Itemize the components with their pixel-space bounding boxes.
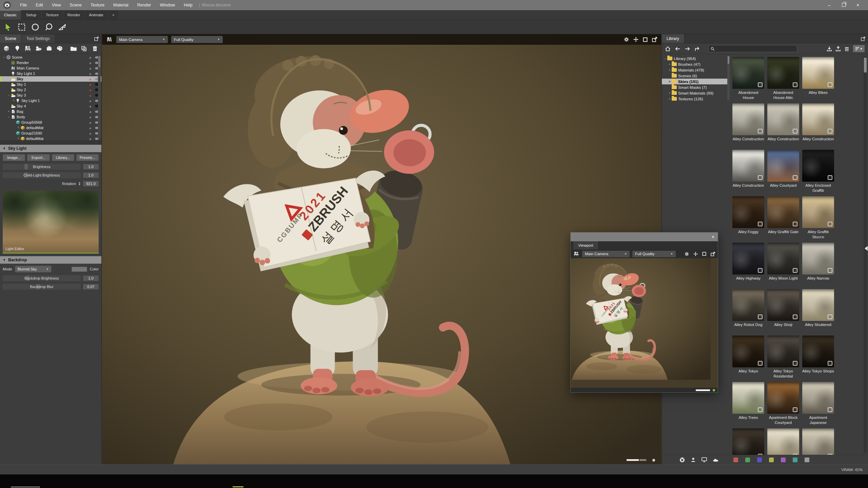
sky-thumbnail[interactable] (732, 289, 764, 321)
ellipse-select-icon[interactable] (31, 22, 40, 32)
toolbag-logo-icon[interactable] (3, 1, 11, 9)
scene-node-render[interactable]: Rendera (0, 60, 101, 65)
lock-toggle-icon[interactable]: a (87, 88, 93, 92)
settings-gear-icon[interactable] (624, 37, 629, 42)
sky-thumbnail[interactable] (802, 57, 834, 89)
sky-asset-alley-tokyo-residential[interactable]: Alley Tokyo Residential (767, 336, 799, 382)
library-tree-scrollbar[interactable] (727, 56, 730, 100)
add-camera-icon[interactable] (24, 44, 32, 53)
add-material-icon[interactable] (56, 44, 63, 53)
backdrop-color-swatch[interactable] (72, 267, 87, 272)
thumbnail-corner-button[interactable] (758, 454, 763, 455)
thumbnail-corner-button[interactable] (793, 314, 797, 319)
sky-asset-alley-construction[interactable]: Alley Construction (732, 150, 764, 196)
menu-render[interactable]: Render (133, 3, 156, 7)
sky-thumbnail[interactable] (767, 103, 799, 135)
tree-expander[interactable]: + (668, 92, 672, 95)
tree-expander[interactable]: + (668, 68, 672, 72)
tree-expander[interactable]: − (2, 56, 6, 59)
sky-asset-alley-robot-dog[interactable]: Alley Robot Dog (732, 289, 764, 336)
sky-thumbnail[interactable] (732, 196, 764, 228)
forward-icon[interactable] (685, 47, 690, 51)
thumbnail-corner-button[interactable] (828, 82, 832, 87)
library-folder-materials-478-[interactable]: +Materials (478) (662, 67, 730, 73)
sky-asset-alley-tokyo[interactable]: Alley Tokyo (732, 336, 764, 382)
tab-viewport[interactable]: Viewport (573, 241, 598, 249)
monitor-icon[interactable] (702, 457, 707, 462)
sort-dropdown[interactable]: ▾ (853, 45, 865, 52)
lock-toggle-icon[interactable]: a (87, 72, 93, 76)
maximize-icon[interactable] (643, 37, 648, 42)
sky-thumbnail[interactable] (802, 289, 834, 321)
sky-asset-abandoned-house-attic[interactable]: Abandoned House Attic (767, 57, 799, 103)
tab-scene[interactable]: Scene (0, 34, 21, 43)
sky-thumbnail[interactable] (732, 150, 764, 182)
sky-thumbnail[interactable] (767, 57, 799, 89)
thumbnail-corner-button[interactable] (793, 82, 797, 87)
menu-edit[interactable]: Edit (31, 3, 47, 7)
color-filter-swatch-2[interactable] (745, 458, 750, 462)
camera-dropdown[interactable]: Main Camera▼ (116, 36, 168, 43)
thumbnail-corner-button[interactable] (758, 314, 763, 319)
library-button[interactable]: Library... (52, 154, 74, 161)
sky-thumbnail[interactable] (767, 150, 799, 182)
thumbnail-corner-button[interactable] (828, 407, 832, 412)
library-folder-brushes-47-[interactable]: +Brushes (47) (662, 61, 730, 67)
slider-value[interactable]: 0.07 (83, 284, 99, 289)
workspace-tab-animate[interactable]: Animate (85, 10, 107, 20)
lock-toggle-icon[interactable]: a (87, 82, 93, 86)
sky-thumbnail[interactable] (767, 243, 799, 274)
search-input[interactable] (716, 47, 795, 51)
home-icon[interactable] (665, 46, 670, 51)
sky-thumbnail[interactable] (802, 196, 834, 228)
scene-node-sky-1[interactable]: Sky 1a (0, 82, 101, 87)
menu-texture[interactable]: Texture (86, 3, 109, 7)
floating-viewport-window[interactable]: × Viewport Main Camera▼ Full Quality▼ (570, 232, 718, 393)
settings-gear-icon[interactable] (685, 252, 689, 256)
thumbnail-corner-button[interactable] (758, 82, 763, 87)
sky-asset-alley-narrow[interactable]: Alley Narrow (802, 243, 834, 289)
workspace-tab-render[interactable]: Render (63, 10, 84, 20)
menu-help[interactable]: Help (179, 3, 197, 7)
sky-thumbnail[interactable] (802, 428, 834, 455)
panel-popout-icon[interactable] (861, 34, 868, 43)
sky-thumbnail[interactable] (802, 243, 834, 274)
sky-asset-alley-enclosed-graffiti[interactable]: Alley Enclosed Graffiti (802, 150, 834, 196)
user-icon[interactable] (691, 457, 696, 462)
menu-file[interactable]: File (16, 3, 31, 7)
scene-node-sky-4[interactable]: Sky 4a (0, 103, 101, 109)
panel-collapse-arrow[interactable] (865, 246, 868, 251)
library-grid-scrollbar[interactable] (864, 56, 867, 453)
slider-value[interactable]: 1.0 (83, 276, 99, 281)
thumbnail-corner-button[interactable] (793, 175, 797, 180)
sky-asset-alley-shuttered[interactable]: Alley Shuttered (802, 289, 834, 336)
tree-expander[interactable]: + (668, 80, 672, 83)
lock-toggle-icon[interactable]: a (87, 109, 93, 114)
sky-thumbnail[interactable] (732, 336, 764, 367)
sky-thumbnail[interactable] (732, 428, 764, 455)
scene-node-main-camera[interactable]: Main Cameraa (0, 65, 101, 71)
color-filter-swatch-3[interactable] (757, 458, 762, 462)
lock-toggle-icon[interactable]: a (87, 115, 93, 119)
import-icon[interactable] (827, 46, 832, 51)
tree-expander[interactable]: + (668, 63, 672, 66)
lock-toggle-icon[interactable]: a (87, 99, 93, 103)
slider-value[interactable]: 1.0 (83, 164, 99, 169)
thumbnail-corner-button[interactable] (758, 361, 763, 366)
backdrop-backdrop-blur-slider[interactable]: Backdrop Blur0.07 (3, 284, 99, 290)
backdrop-mode-dropdown[interactable]: Blurred Sky▼ (15, 266, 52, 272)
new-folder-icon[interactable] (70, 44, 77, 53)
image-button[interactable]: Image... (3, 154, 25, 161)
pan-move-icon[interactable] (693, 252, 698, 256)
thumbnail-corner-button[interactable] (828, 268, 832, 273)
scene-node-group21690[interactable]: Group21690a (0, 130, 101, 136)
sky-thumbnail[interactable] (767, 428, 799, 455)
workspace-tab-classic[interactable]: Classic (0, 10, 21, 20)
library-search[interactable] (708, 45, 797, 52)
tree-expander[interactable]: + (668, 97, 672, 101)
cloud-icon[interactable] (713, 458, 719, 462)
library-folder-smart-masks-7-[interactable]: Smart Masks (7) (662, 84, 730, 90)
add-light-icon[interactable] (13, 44, 21, 53)
thumbnail-corner-button[interactable] (758, 129, 763, 134)
library-folder-smart-materials-99-[interactable]: +Smart Materials (99) (662, 90, 730, 96)
